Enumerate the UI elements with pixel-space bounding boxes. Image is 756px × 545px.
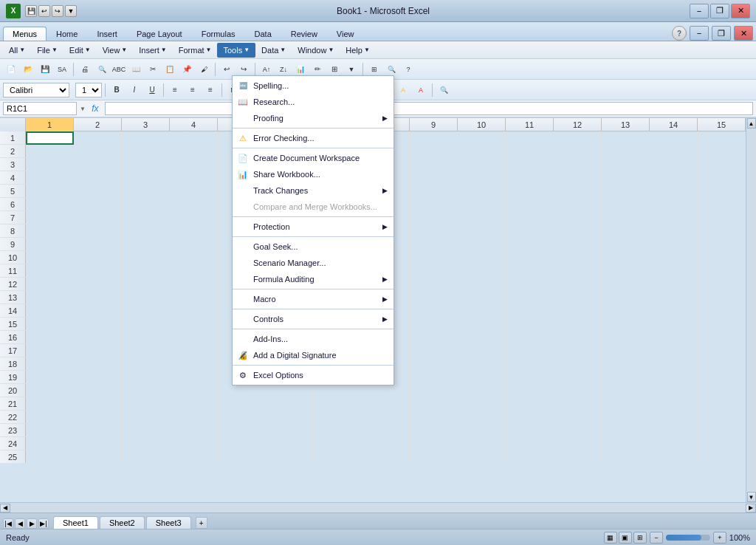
h-scroll-track[interactable]: [10, 504, 746, 513]
zoom-in-btn[interactable]: +: [713, 532, 726, 544]
new-btn[interactable]: 📄: [3, 61, 19, 78]
normal-view-btn[interactable]: ▦: [604, 532, 617, 544]
cell-r1c2[interactable]: [74, 131, 122, 145]
row-header-2[interactable]: 2: [0, 145, 26, 157]
menu-item-scenario-manager[interactable]: Scenario Manager...: [233, 255, 394, 271]
row-header-11[interactable]: 11: [0, 264, 26, 277]
corner-cell[interactable]: [0, 118, 26, 131]
cell-r1c10[interactable]: [458, 131, 506, 145]
row-header-22[interactable]: 22: [0, 411, 26, 423]
tab-review[interactable]: Review: [281, 27, 327, 41]
scroll-left-btn[interactable]: ◀: [0, 504, 10, 513]
help-button[interactable]: ?: [672, 26, 687, 41]
menu-item-protection[interactable]: Protection ▶: [233, 219, 394, 235]
row-header-13[interactable]: 13: [0, 291, 26, 304]
scroll-right-btn[interactable]: ▶: [746, 504, 756, 513]
row-header-21[interactable]: 21: [0, 397, 26, 410]
customize-quick-btn[interactable]: ▼: [65, 5, 77, 17]
minimize-button[interactable]: −: [690, 4, 709, 18]
formula-fx-icon[interactable]: fx: [89, 102, 102, 115]
menu-format[interactable]: Format ▼: [173, 43, 218, 58]
menu-item-add-ins[interactable]: Add-Ins...: [233, 331, 394, 347]
print-btn[interactable]: 🖨: [77, 61, 93, 78]
ribbon-restore-btn[interactable]: ❐: [712, 26, 731, 41]
cell-r1c12[interactable]: [554, 131, 602, 145]
menu-item-formula-auditing[interactable]: Formula Auditing ▶: [233, 271, 394, 287]
cell-r1c13[interactable]: [602, 131, 650, 145]
row-header-17[interactable]: 17: [0, 344, 26, 357]
row-header-15[interactable]: 15: [0, 318, 26, 330]
format-painter-btn[interactable]: 🖌: [196, 61, 212, 78]
zoom-level[interactable]: 100%: [729, 533, 750, 542]
tab-formulas[interactable]: Formulas: [192, 27, 245, 41]
italic-btn[interactable]: I: [126, 82, 142, 98]
ribbon-close-btn[interactable]: ✕: [734, 26, 753, 41]
menu-item-create-workspace[interactable]: 📄 Create Document Workspace: [233, 150, 394, 166]
menu-item-goal-seek[interactable]: Goal Seek...: [233, 239, 394, 255]
cell-r1c1[interactable]: [26, 131, 74, 145]
row-header-19[interactable]: 19: [0, 371, 26, 383]
name-box-dropdown[interactable]: ▼: [80, 106, 86, 112]
row-header-12[interactable]: 12: [0, 278, 26, 290]
vertical-scrollbar[interactable]: ▲ ▼: [746, 118, 756, 502]
menu-item-excel-options[interactable]: ⚙ Excel Options: [233, 367, 394, 383]
row-header-4[interactable]: 4: [0, 171, 26, 184]
menu-item-research[interactable]: 📖 Research...: [233, 94, 394, 110]
row-header-24[interactable]: 24: [0, 437, 26, 450]
row-header-6[interactable]: 6: [0, 198, 26, 210]
row-header-23[interactable]: 23: [0, 424, 26, 436]
row-header-9[interactable]: 9: [0, 238, 26, 250]
col-header-10[interactable]: 10: [458, 118, 506, 131]
restore-button[interactable]: ❐: [710, 4, 729, 18]
row-header-16[interactable]: 16: [0, 331, 26, 343]
tab-view[interactable]: View: [327, 27, 364, 41]
page-break-view-btn[interactable]: ⊞: [633, 532, 647, 544]
row-header-8[interactable]: 8: [0, 224, 26, 237]
cell-r1c4[interactable]: [170, 131, 218, 145]
menu-item-error-checking[interactable]: ⚠ Error Checking...: [233, 130, 394, 146]
menu-item-track-changes[interactable]: Track Changes ▶: [233, 182, 394, 199]
menu-item-proofing[interactable]: Proofing ▶: [233, 110, 394, 126]
zoom-out-btn[interactable]: −: [650, 532, 663, 544]
row-header-18[interactable]: 18: [0, 357, 26, 370]
scroll-down-btn[interactable]: ▼: [747, 492, 756, 502]
menu-item-digital-signature[interactable]: 🔏 Add a Digital Signature: [233, 347, 394, 363]
tab-menus[interactable]: Menus: [3, 27, 47, 41]
filter-btn[interactable]: 🔍: [436, 82, 452, 98]
menu-item-macro[interactable]: Macro ▶: [233, 291, 394, 307]
font-family-select[interactable]: Calibri Arial Times New Roman: [3, 83, 69, 97]
page-layout-view-btn[interactable]: ▣: [619, 532, 632, 544]
row-header-20[interactable]: 20: [0, 384, 26, 397]
menu-window[interactable]: Window ▼: [292, 43, 340, 58]
menu-all[interactable]: All ▼: [3, 43, 31, 58]
col-header-4[interactable]: 4: [170, 118, 218, 131]
menu-insert[interactable]: Insert ▼: [133, 43, 172, 58]
underline-btn[interactable]: U: [144, 82, 160, 98]
ribbon-minimize-btn[interactable]: −: [690, 26, 709, 41]
align-center-btn[interactable]: ≡: [185, 82, 201, 98]
ref-btn[interactable]: 📖: [128, 61, 144, 78]
col-header-9[interactable]: 9: [410, 118, 458, 131]
row-header-5[interactable]: 5: [0, 185, 26, 197]
sheet-tab-2[interactable]: Sheet2: [100, 516, 145, 529]
col-header-11[interactable]: 11: [506, 118, 554, 131]
save-as-btn[interactable]: SA: [54, 61, 70, 78]
cut-btn[interactable]: ✂: [145, 61, 161, 78]
insert-sheet-btn[interactable]: +: [196, 517, 207, 529]
menu-view[interactable]: View ▼: [97, 43, 134, 58]
open-btn[interactable]: 📂: [20, 61, 36, 78]
col-header-2[interactable]: 2: [74, 118, 122, 131]
tab-insert[interactable]: Insert: [87, 27, 127, 41]
col-header-1[interactable]: 1: [26, 118, 74, 131]
col-header-14[interactable]: 14: [650, 118, 698, 131]
fill-color-btn[interactable]: A: [395, 82, 411, 98]
font-size-select[interactable]: 11 8 9 10 12 14: [75, 83, 102, 97]
sheet-nav-next[interactable]: ▶: [27, 518, 37, 529]
col-header-3[interactable]: 3: [122, 118, 170, 131]
row-header-10[interactable]: 10: [0, 251, 26, 264]
sheet-tab-1[interactable]: Sheet1: [53, 516, 98, 529]
tab-page-layout[interactable]: Page Layout: [127, 27, 192, 41]
col-header-12[interactable]: 12: [554, 118, 602, 131]
menu-item-controls[interactable]: Controls ▶: [233, 311, 394, 327]
cell-r1c15[interactable]: [698, 131, 746, 145]
